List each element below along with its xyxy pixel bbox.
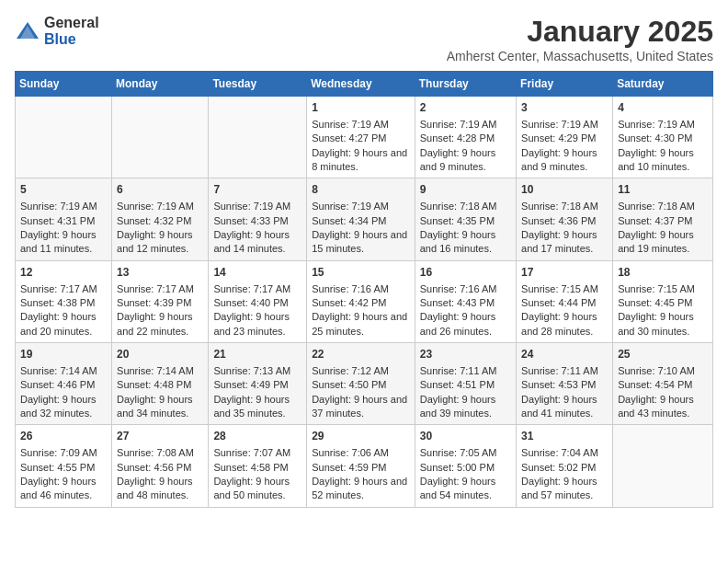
day-info: Sunrise: 7:19 AM (312, 118, 410, 132)
calendar-body: 1Sunrise: 7:19 AMSunset: 4:27 PMDaylight… (16, 97, 713, 508)
day-info: Sunrise: 7:19 AM (312, 200, 410, 213)
day-info: Daylight: 9 hours and 32 minutes. (20, 393, 107, 421)
title-block: January 2025 Amherst Center, Massachuset… (447, 15, 713, 63)
day-info: Sunset: 4:45 PM (618, 296, 708, 310)
day-info: Sunrise: 7:13 AM (213, 364, 301, 378)
day-info: Daylight: 9 hours and 9 minutes. (521, 146, 608, 175)
calendar-table: SundayMondayTuesdayWednesdayThursdayFrid… (15, 71, 713, 508)
calendar-week-row: 19Sunrise: 7:14 AMSunset: 4:46 PMDayligh… (16, 343, 713, 425)
day-info: Sunset: 4:55 PM (20, 461, 107, 475)
calendar-subtitle: Amherst Center, Massachusetts, United St… (447, 49, 713, 63)
day-info: Sunset: 4:29 PM (521, 132, 608, 145)
day-number: 11 (618, 182, 708, 198)
logo-text: General Blue (44, 15, 99, 47)
calendar-cell: 9Sunrise: 7:18 AMSunset: 4:35 PMDaylight… (415, 178, 516, 260)
day-info: Daylight: 9 hours and 48 minutes. (117, 475, 203, 503)
day-info: Sunrise: 7:19 AM (521, 118, 608, 132)
day-info: Daylight: 9 hours and 57 minutes. (521, 475, 608, 503)
day-info: Sunrise: 7:15 AM (521, 282, 608, 296)
day-info: Sunset: 4:44 PM (521, 296, 608, 310)
logo-blue: Blue (44, 31, 99, 48)
calendar-cell: 23Sunrise: 7:11 AMSunset: 4:51 PMDayligh… (415, 343, 516, 425)
calendar-week-row: 1Sunrise: 7:19 AMSunset: 4:27 PMDaylight… (16, 97, 713, 178)
day-number: 7 (213, 182, 301, 198)
day-of-week-header: Tuesday (209, 72, 307, 97)
day-info: Sunrise: 7:12 AM (312, 364, 410, 378)
day-number: 23 (420, 347, 511, 362)
day-info: Sunrise: 7:16 AM (312, 282, 410, 296)
day-info: Sunrise: 7:09 AM (20, 446, 107, 460)
day-of-week-header: Wednesday (307, 72, 415, 97)
day-number: 14 (213, 265, 301, 281)
day-info: Daylight: 9 hours and 34 minutes. (117, 393, 203, 421)
calendar-cell: 7Sunrise: 7:19 AMSunset: 4:33 PMDaylight… (209, 178, 307, 260)
day-number: 18 (618, 265, 708, 281)
day-info: Sunrise: 7:05 AM (420, 446, 511, 460)
day-number: 31 (521, 429, 608, 444)
day-info: Daylight: 9 hours and 52 minutes. (312, 475, 410, 503)
day-number: 12 (20, 265, 107, 281)
header-row: SundayMondayTuesdayWednesdayThursdayFrid… (16, 72, 713, 97)
day-info: Sunset: 4:51 PM (420, 378, 511, 392)
day-info: Sunrise: 7:18 AM (420, 200, 511, 213)
day-info: Sunset: 4:37 PM (618, 214, 708, 228)
day-info: Sunset: 4:34 PM (312, 214, 410, 228)
day-info: Sunset: 4:56 PM (117, 461, 203, 475)
page-header: General Blue January 2025 Amherst Center… (15, 15, 713, 63)
day-number: 30 (420, 429, 511, 444)
day-info: Daylight: 9 hours and 54 minutes. (420, 475, 511, 503)
day-info: Sunset: 4:33 PM (213, 214, 301, 228)
day-info: Sunset: 4:48 PM (117, 378, 203, 392)
day-info: Sunrise: 7:17 AM (213, 282, 301, 296)
day-number: 3 (521, 100, 608, 116)
day-number: 24 (521, 347, 608, 362)
day-info: Daylight: 9 hours and 20 minutes. (20, 310, 107, 339)
day-info: Daylight: 9 hours and 26 minutes. (420, 310, 511, 339)
day-number: 20 (117, 347, 203, 362)
calendar-cell (16, 97, 112, 178)
calendar-cell: 4Sunrise: 7:19 AMSunset: 4:30 PMDaylight… (613, 97, 713, 178)
calendar-cell: 19Sunrise: 7:14 AMSunset: 4:46 PMDayligh… (16, 343, 112, 425)
day-info: Daylight: 9 hours and 8 minutes. (312, 146, 410, 175)
day-info: Sunrise: 7:10 AM (618, 364, 708, 378)
calendar-cell (112, 97, 209, 178)
day-info: Sunset: 5:00 PM (420, 461, 511, 475)
day-info: Sunrise: 7:07 AM (213, 446, 301, 460)
calendar-cell: 17Sunrise: 7:15 AMSunset: 4:44 PMDayligh… (517, 260, 613, 342)
day-info: Sunset: 4:31 PM (20, 214, 107, 228)
calendar-cell: 5Sunrise: 7:19 AMSunset: 4:31 PMDaylight… (16, 178, 112, 260)
logo-icon (15, 18, 40, 44)
day-info: Sunrise: 7:18 AM (618, 200, 708, 213)
day-number: 10 (521, 182, 608, 198)
day-of-week-header: Friday (517, 72, 613, 97)
day-number: 28 (213, 429, 301, 444)
day-info: Daylight: 9 hours and 37 minutes. (312, 393, 410, 421)
calendar-cell: 18Sunrise: 7:15 AMSunset: 4:45 PMDayligh… (613, 260, 713, 342)
day-info: Sunrise: 7:04 AM (521, 446, 608, 460)
day-info: Sunrise: 7:14 AM (20, 364, 107, 378)
day-info: Daylight: 9 hours and 19 minutes. (618, 228, 708, 257)
day-number: 27 (117, 429, 203, 444)
day-info: Daylight: 9 hours and 15 minutes. (312, 228, 410, 257)
day-info: Sunrise: 7:16 AM (420, 282, 511, 296)
day-of-week-header: Thursday (415, 72, 516, 97)
day-info: Sunset: 5:02 PM (521, 461, 608, 475)
calendar-cell: 10Sunrise: 7:18 AMSunset: 4:36 PMDayligh… (517, 178, 613, 260)
day-info: Daylight: 9 hours and 22 minutes. (117, 310, 203, 339)
day-info: Sunset: 4:43 PM (420, 296, 511, 310)
calendar-cell: 16Sunrise: 7:16 AMSunset: 4:43 PMDayligh… (415, 260, 516, 342)
day-info: Daylight: 9 hours and 35 minutes. (213, 393, 301, 421)
day-info: Daylight: 9 hours and 46 minutes. (20, 475, 107, 503)
day-info: Sunset: 4:50 PM (312, 378, 410, 392)
calendar-cell: 28Sunrise: 7:07 AMSunset: 4:58 PMDayligh… (209, 425, 307, 507)
day-info: Daylight: 9 hours and 9 minutes. (420, 146, 511, 175)
day-number: 4 (618, 100, 708, 116)
calendar-cell: 8Sunrise: 7:19 AMSunset: 4:34 PMDaylight… (307, 178, 415, 260)
calendar-week-row: 5Sunrise: 7:19 AMSunset: 4:31 PMDaylight… (16, 178, 713, 260)
day-info: Sunset: 4:28 PM (420, 132, 511, 145)
day-number: 21 (213, 347, 301, 362)
day-number: 16 (420, 265, 511, 281)
logo-general: General (44, 15, 99, 31)
day-info: Daylight: 9 hours and 14 minutes. (213, 228, 301, 257)
day-info: Sunset: 4:39 PM (117, 296, 203, 310)
